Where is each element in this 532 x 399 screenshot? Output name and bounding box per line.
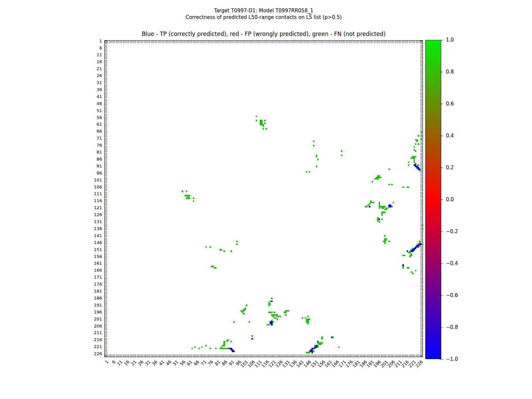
contact-cell-tp_blue: [251, 338, 253, 340]
contact-cell-fp_red: [415, 163, 417, 165]
contact-cell-fn_green: [272, 321, 274, 323]
contact-cell-fn_green: [268, 324, 270, 326]
colorbar-tick-label: −1.0: [446, 357, 458, 362]
contact-cell-fn_green: [321, 342, 323, 344]
x-tick-label: 21: [130, 359, 137, 366]
y-tick-label: 61: [89, 122, 102, 126]
contact-cell-fn_green: [307, 323, 309, 325]
contact-cell-fn_green: [316, 156, 318, 158]
contact-cell-fn_green: [320, 343, 322, 345]
colorbar-tick: [440, 295, 443, 296]
contact-cell-tp_blue: [312, 352, 313, 353]
x-tick-label: 66: [193, 359, 200, 366]
contact-cell-tp_blue: [414, 249, 415, 251]
x-tick-label: 36: [151, 359, 158, 366]
contact-cell-tp_blue: [390, 206, 391, 207]
contact-cell-fn_green: [372, 181, 373, 183]
x-tick-label: 6: [111, 359, 116, 364]
y-tick-label: 16: [89, 60, 102, 64]
contact-cell-fn_green: [223, 250, 225, 252]
colorbar: [425, 40, 441, 359]
contact-cell-fn_green: [332, 336, 334, 338]
contact-cell-fn_green: [307, 316, 309, 318]
contact-cell-fn_green: [415, 143, 417, 145]
contact-cell-fn_green: [412, 273, 414, 274]
y-tick-label: 106: [89, 185, 102, 189]
contact-cell-fn_green: [313, 350, 315, 352]
contact-cell-fn_green: [223, 345, 225, 346]
contact-cell-fn_green: [388, 169, 390, 170]
contact-cell-fn_green: [256, 116, 257, 117]
contact-cell-fn_green: [416, 141, 418, 142]
colorbar-tick-label: 1.0: [446, 38, 454, 43]
y-tick-label: 121: [89, 205, 102, 210]
contact-cell-fn_green: [285, 314, 287, 316]
contact-cell-tp_blue: [233, 350, 235, 352]
y-tick-label: 186: [89, 296, 102, 300]
contact-cell-fn_green: [381, 214, 383, 216]
contact-cell-fn_green: [317, 346, 319, 348]
contact-cell-fn_green: [418, 143, 419, 145]
y-tick-label: 221: [89, 344, 102, 349]
contact-cell-fn_green: [302, 317, 303, 319]
contact-cell-fn_green: [414, 146, 415, 148]
contact-cell-tp_blue: [421, 243, 422, 245]
contact-cell-fn_green: [317, 159, 319, 160]
x-tick-label: 226: [415, 359, 424, 368]
contact-cell-fn_green: [236, 243, 238, 245]
contact-cell-fn_green: [243, 313, 245, 315]
contact-cell-fn_green: [251, 335, 253, 337]
colorbar-tick: [440, 200, 443, 200]
y-tick-label: 51: [89, 108, 102, 113]
contact-cell-fn_green: [373, 202, 375, 203]
x-tick-label: 51: [172, 359, 179, 366]
contact-cell-fn_green: [402, 187, 404, 188]
contact-cell-fn_green: [384, 211, 386, 213]
contact-cell-fn_green: [228, 339, 229, 341]
contact-cell-fn_green: [415, 150, 417, 152]
colorbar-tick: [440, 327, 443, 328]
contact-cell-tp_blue: [369, 206, 370, 207]
contact-cell-tp_blue: [316, 346, 318, 348]
contact-cell-fn_green: [408, 267, 410, 269]
figure: Target T0997-D1: Model T0997RR058_1 Corr…: [0, 0, 532, 399]
y-tick-label: 11: [89, 53, 102, 57]
y-tick-label: 6: [89, 46, 102, 50]
contact-cell-fn_green: [386, 209, 387, 210]
colorbar-tick: [440, 263, 443, 264]
contact-cell-fn_green: [384, 242, 386, 244]
colorbar-tick: [440, 104, 443, 104]
contact-cell-fn_green: [314, 348, 316, 349]
contact-cell-fn_green: [209, 348, 211, 349]
contact-cell-fp_red: [418, 243, 419, 245]
contact-cell-tp_blue: [415, 248, 417, 249]
colorbar-tick: [440, 359, 443, 359]
figure-title-line2-suffix: list (p>0.5): [312, 14, 342, 20]
y-tick-label: 161: [89, 261, 102, 265]
y-tick-label: 81: [89, 150, 102, 154]
y-tick-label: 206: [89, 324, 102, 328]
contact-cell-tp_blue: [402, 264, 404, 266]
contact-cell-fn_green: [264, 120, 266, 121]
contact-cell-fn_green: [419, 245, 421, 246]
y-tick-label: 176: [89, 282, 102, 286]
contact-cell-fn_green: [182, 191, 183, 192]
y-tick-label: 166: [89, 268, 102, 272]
y-tick-label: 86: [89, 157, 102, 161]
contact-cell-fn_green: [215, 267, 217, 269]
contact-cell-fn_green: [408, 162, 410, 163]
y-tick-label: 21: [89, 66, 102, 71]
contact-cell-tp_blue: [407, 250, 408, 252]
y-tick-label: 31: [89, 80, 102, 85]
colorbar-tick: [440, 231, 443, 232]
contact-cell-fn_green: [277, 319, 278, 320]
contact-cell-fn_green: [186, 191, 188, 192]
contact-cell-fn_green: [264, 123, 266, 124]
contact-cell-fn_green: [193, 198, 195, 199]
contact-cell-fn_green: [201, 346, 203, 348]
y-tick-label: 36: [89, 87, 102, 92]
x-tick-label: 76: [207, 359, 214, 366]
contact-cell-fn_green: [313, 141, 315, 142]
contact-cell-fn_green: [422, 224, 424, 226]
contact-cell-fp_red: [309, 350, 311, 352]
